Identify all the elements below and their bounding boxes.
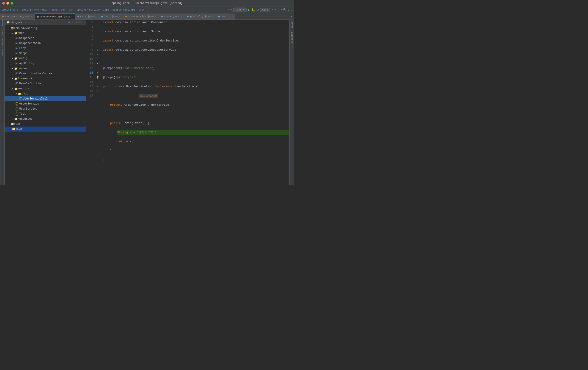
tree-item-orderservice[interactable]: I OrderService xyxy=(5,101,86,106)
git-revert[interactable]: ↩ xyxy=(280,8,282,11)
forward-button[interactable]: ↪ xyxy=(230,8,232,12)
settings-icon[interactable]: ⚙ xyxy=(288,8,289,11)
back-button[interactable]: ↩ xyxy=(227,8,229,12)
code-editor[interactable]: import com.csw.spring.anno.Component; im… xyxy=(100,20,289,185)
tab-test[interactable]: Test.java × xyxy=(99,13,123,20)
tree-item-lazy[interactable]: C Lazy xyxy=(5,46,86,51)
git-label: Git: xyxy=(260,8,270,12)
git-push[interactable]: ↑ xyxy=(277,9,279,11)
tree-item-framework[interactable]: ▾ 📁 framework xyxy=(5,76,86,81)
favorites-tab-icon[interactable]: Favorites xyxy=(0,50,4,54)
tree-item-component[interactable]: C Component xyxy=(5,36,86,41)
breadcrumb-src[interactable]: src xyxy=(34,9,39,11)
tab-close-lazy[interactable]: × xyxy=(95,15,96,18)
main-layout: Project Commit Structure Favorites 📁 Pro… xyxy=(0,20,294,185)
tab-lazy[interactable]: Lazy.java × xyxy=(75,13,99,20)
collapse-all-icon[interactable]: ⇵ xyxy=(75,21,77,24)
tab-more-button[interactable]: ▾ xyxy=(289,13,294,20)
structure-tab-icon[interactable]: Structure xyxy=(0,40,4,44)
project-tab-icon[interactable]: Project xyxy=(0,21,4,25)
tree-label-scope: Scope xyxy=(19,52,28,55)
git-check[interactable]: ✓ xyxy=(272,8,273,11)
help-icon[interactable]: ? xyxy=(291,9,292,11)
tree-label-test-folder: test xyxy=(14,122,21,126)
project-dropdown-icon[interactable]: ▾ xyxy=(25,21,27,24)
close-button[interactable] xyxy=(2,2,5,5)
project-close-icon[interactable]: — xyxy=(82,21,84,24)
java-class-icon-lazy: C xyxy=(16,47,18,50)
breadcrumb-spring[interactable]: Spring xyxy=(22,9,31,11)
tree-label-java: java xyxy=(15,127,22,131)
tree-item-com-csw-spring[interactable]: ▾ 📦 com.csw.spring xyxy=(5,26,86,31)
tree-label-componentscan: ComponentScan xyxy=(19,42,41,45)
tab-close-test[interactable]: × xyxy=(119,15,121,18)
expand-icon-resources: ▸ xyxy=(12,118,13,120)
tree-item-componentscan[interactable]: C ComponentScan xyxy=(5,41,86,46)
tab-userserviceimpl[interactable]: UserServiceImpl.java × xyxy=(35,13,75,20)
project-folder-icon: 📁 xyxy=(6,21,10,24)
search-everywhere-icon[interactable]: 🔍 xyxy=(283,8,286,11)
folder-icon-framework: 📁 xyxy=(14,77,18,80)
locate-file-icon[interactable]: ⊙ xyxy=(68,21,70,24)
tab-close-scope[interactable]: × xyxy=(180,15,182,18)
tree-item-context[interactable]: ▾ 📁 context xyxy=(5,66,86,71)
tree-label-framework: framework xyxy=(18,77,32,80)
tree-item-cswappcontext[interactable]: C CswApplicationContex... xyxy=(5,71,86,76)
tab-close-userserviceimpl[interactable]: × xyxy=(71,15,73,18)
breadcrumb-spring-core[interactable]: spring-core xyxy=(2,9,19,11)
tree-item-service[interactable]: ▾ 📁 service xyxy=(5,86,86,91)
tab-close-con[interactable]: × xyxy=(231,15,233,18)
breadcrumb-service[interactable]: service xyxy=(89,9,100,11)
database-tab[interactable]: Database xyxy=(290,30,294,45)
window-title: spring-core – UserServiceImpl.java [Spri… xyxy=(112,2,183,5)
tree-label-beandefinition: BeanDefinition xyxy=(19,82,42,85)
breadcrumb-csw[interactable]: csw xyxy=(69,9,73,11)
code-container[interactable]: 3 4 5 6 7 8 9 10 11 12 13 14 15 16 17 18… xyxy=(86,20,289,185)
tree-item-test-class[interactable]: T Test xyxy=(5,111,86,116)
expand-icon-anno: ▾ xyxy=(12,32,13,35)
git-tick[interactable]: ✓ xyxy=(274,8,276,11)
tree-item-anno[interactable]: ▾ 📁 anno xyxy=(5,31,86,36)
commit-tab-icon[interactable]: Commit xyxy=(0,30,4,34)
breadcrumb-springpkg[interactable]: spring xyxy=(77,9,86,11)
breadcrumb-java[interactable]: java xyxy=(52,9,58,11)
tree-item-test[interactable]: ▾ 📁 test xyxy=(5,121,86,127)
run-button[interactable]: ▶ xyxy=(248,8,250,12)
tree-item-appconfig[interactable]: C AppConfig xyxy=(5,61,86,66)
tab-appconfig[interactable]: AppConfig.java × xyxy=(184,13,216,20)
debug-button[interactable]: 🐛 xyxy=(251,8,255,12)
tab-close-userservice[interactable]: × xyxy=(31,15,32,18)
maven-tab[interactable]: Maven xyxy=(290,20,294,30)
more-run-button[interactable]: ⚙ xyxy=(257,8,259,12)
tree-item-scope[interactable]: C Scope xyxy=(5,51,86,56)
tab-orderservice[interactable]: OrderService.java × xyxy=(123,13,159,20)
tree-item-beandefinition[interactable]: C BeanDefinition xyxy=(5,81,86,86)
breadcrumb-main[interactable]: main xyxy=(42,9,48,11)
run-config-label: Test xyxy=(235,9,241,11)
tree-item-java[interactable]: 📁 java xyxy=(5,127,86,132)
run-config-dropdown[interactable]: Test ▾ xyxy=(233,8,247,12)
tree-item-userserviceimpl[interactable]: C UserServiceImpl xyxy=(5,96,86,101)
breadcrumb-class[interactable]: UserServiceImpl xyxy=(113,9,135,11)
tab-bar: UserService.java × UserServiceImpl.java … xyxy=(0,13,294,20)
tab-label-order: OrderService.java xyxy=(128,15,154,18)
breadcrumb-impl[interactable]: impl xyxy=(103,9,109,11)
tab-userservice[interactable]: UserService.java × xyxy=(0,13,35,20)
folder-icon-service: 📁 xyxy=(14,87,18,91)
tab-close-appconfig[interactable]: × xyxy=(212,15,213,18)
breadcrumb-method[interactable]: test xyxy=(138,9,144,11)
tab-scope[interactable]: Scope.java × xyxy=(159,13,184,20)
minimize-button[interactable] xyxy=(6,2,9,5)
maximize-button[interactable] xyxy=(10,2,13,5)
tree-item-resources[interactable]: ▸ 📁 resources xyxy=(5,116,86,121)
tree-label-orderservice: OrderService xyxy=(19,102,39,106)
tree-item-userservice[interactable]: T UserService xyxy=(5,106,86,111)
window-controls[interactable] xyxy=(2,2,13,5)
project-settings-icon[interactable]: ⚙ xyxy=(79,21,80,24)
expand-all-icon[interactable]: ⇅ xyxy=(72,21,73,24)
tab-con[interactable]: Con... × xyxy=(216,13,235,20)
tree-item-config[interactable]: ▾ 📁 config xyxy=(5,56,86,61)
tab-close-order[interactable]: × xyxy=(155,15,157,18)
breadcrumb-com[interactable]: com xyxy=(61,9,65,11)
tree-item-impl[interactable]: ▾ 📁 impl xyxy=(5,91,86,96)
